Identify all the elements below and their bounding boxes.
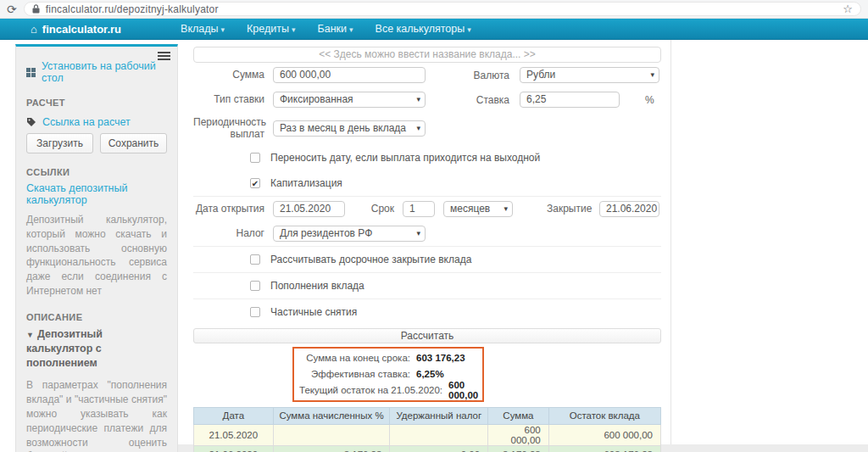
capitalization-row: ✔ Капитализация: [193, 170, 661, 196]
period-row: Периодичность выплат Раз в месяц в день …: [193, 112, 661, 145]
nav-item-all-calculators[interactable]: Все калькуляторы▾: [376, 23, 471, 35]
brand-label: fincalculator.ru: [42, 23, 121, 36]
lock-icon: [32, 4, 40, 14]
col-header: Дата: [194, 407, 274, 424]
rate-type-label: Тип ставки: [193, 93, 264, 105]
url-text: fincalculator.ru/depozitnyj-kalkulyator: [46, 3, 219, 15]
cell-tax: [390, 424, 488, 445]
cell-tax: 0,00: [390, 445, 488, 452]
result-label: Эффективная ставка:: [299, 369, 410, 379]
nav-item-banki[interactable]: Банки▾: [318, 23, 353, 35]
withdraw-checkbox[interactable]: [250, 307, 260, 317]
sum-label: Сумма: [193, 69, 264, 81]
site-navbar: ⌂ fincalculator.ru Вклады▾ Кредиты▾ Банк…: [0, 19, 868, 40]
chevron-down-icon: ▾: [221, 25, 225, 34]
cell-date: 21.05.2020: [194, 424, 274, 445]
result-label: Сумма на конец срока:: [299, 353, 410, 363]
rate-input[interactable]: 6,25: [520, 92, 620, 108]
refill-row: Пополнения вклада: [193, 272, 661, 299]
section-header-description: ОПИСАНИЕ: [26, 312, 167, 322]
download-description: Депозитный калькулятор, который можно ск…: [26, 213, 167, 299]
chevron-down-icon: ▾: [650, 68, 654, 82]
deposit-description: В параметрах "пополнения вклада" и "част…: [26, 378, 167, 452]
bookmark-star-icon[interactable]: ☆: [843, 3, 853, 14]
cell-sum: 600 000,00: [488, 424, 549, 445]
triangle-down-icon: ▼: [26, 331, 34, 339]
currency-select[interactable]: Рубли▾: [520, 67, 659, 83]
brand-link[interactable]: ⌂ fincalculator.ru: [31, 23, 121, 36]
period-label: Периодичность выплат: [193, 116, 264, 141]
date-row: Дата открытия 21.05.2020 Срок 1 месяцев▾…: [193, 196, 661, 221]
move-date-label: Переносить дату, если выплата приходится…: [270, 152, 540, 164]
load-button[interactable]: Загрузить: [26, 133, 93, 153]
calc-buttons: Загрузить Сохранить: [26, 133, 167, 153]
table-header-row: Дата Сумма начисленных % Удержанный нало…: [194, 407, 661, 424]
table-row: 21.05.2020 600 000,00 600 000,00: [194, 424, 661, 445]
close-date-input[interactable]: 21.06.2020: [599, 201, 659, 217]
rate-row: Тип ставки Фиксированная▾ Ставка 6,25 %: [193, 87, 661, 112]
sidebar-menu-icon[interactable]: [158, 50, 170, 62]
install-desktop-link[interactable]: Установить на рабочий стол: [26, 60, 167, 84]
close-label: Закрытие: [547, 203, 591, 215]
deposit-toggle-title[interactable]: ▼Депозитный калькулятор с пополнением: [26, 327, 167, 371]
term-input[interactable]: 1: [403, 201, 435, 217]
section-header-links: ССЫЛКИ: [26, 167, 167, 177]
col-header: Сумма: [488, 407, 549, 424]
result-label: Текущий остаток на 21.05.2020:: [299, 385, 442, 395]
table-row: 21.06.2020 3 176,23 0,00 3 176,23 603 17…: [194, 445, 661, 452]
tag-icon: [26, 117, 36, 127]
chevron-down-icon: ▾: [416, 226, 420, 241]
save-button[interactable]: Сохранить: [100, 133, 167, 153]
chevron-down-icon: ▾: [416, 121, 420, 136]
deposit-name-input[interactable]: << Здесь можно ввести название вклада...…: [193, 47, 661, 63]
early-close-label: Рассчитывать досрочное закрытие вклада: [270, 254, 471, 265]
term-unit-select[interactable]: месяцев▾: [443, 201, 513, 217]
result-value: 600 000,00: [448, 380, 478, 400]
chevron-down-icon: ▾: [416, 92, 420, 107]
cell-interest: 3 176,23: [273, 445, 390, 452]
cell-interest: [273, 424, 390, 445]
download-calculator-link[interactable]: Скачать депозитный калькулятор: [26, 182, 167, 206]
payments-table: Дата Сумма начисленных % Удержанный нало…: [193, 407, 661, 452]
result-value: 6,25%: [416, 369, 477, 379]
col-header: Остаток вклада: [548, 407, 660, 424]
sum-input[interactable]: 600 000,00: [273, 67, 426, 83]
chevron-down-icon: ▾: [292, 25, 296, 34]
tax-select[interactable]: Для резидентов РФ▾: [273, 226, 426, 242]
results-box: Сумма на конец срока: 603 176,23 Эффекти…: [292, 347, 484, 402]
calc-link[interactable]: Ссылка на расчет: [26, 116, 167, 128]
early-close-checkbox[interactable]: [250, 254, 260, 265]
capitalization-label: Капитализация: [270, 177, 342, 189]
section-header-calc: РАСЧЕТ: [26, 98, 167, 108]
percent-suffix: %: [645, 94, 654, 106]
page-body: Установить на рабочий стол РАСЧЕТ Ссылка…: [0, 40, 868, 452]
result-row: Сумма на конец срока: 603 176,23: [299, 350, 477, 366]
open-date-input[interactable]: 21.05.2020: [273, 201, 345, 217]
nav-item-vklady[interactable]: Вклады▾: [181, 23, 225, 35]
chevron-down-icon: ▾: [467, 25, 471, 34]
open-date-label: Дата открытия: [193, 203, 264, 215]
reload-icon[interactable]: ⟳: [7, 3, 17, 15]
period-select[interactable]: Раз в месяц в день вклада▾: [273, 120, 426, 137]
capitalization-checkbox[interactable]: ✔: [250, 178, 260, 188]
term-label: Срок: [365, 203, 394, 215]
refill-label: Пополнения вклада: [270, 280, 364, 292]
calculate-button[interactable]: Рассчитать: [193, 328, 661, 343]
currency-label: Валюта: [459, 70, 509, 81]
nav-menu: Вклады▾ Кредиты▾ Банки▾ Все калькуляторы…: [181, 23, 471, 35]
cell-sum: 3 176,23: [488, 445, 549, 452]
chevron-down-icon: ▾: [349, 25, 353, 34]
cell-date: 21.06.2020: [194, 445, 274, 452]
nav-item-kredity[interactable]: Кредиты▾: [247, 23, 295, 35]
refill-checkbox[interactable]: [250, 281, 260, 291]
calculator-panel: << Здесь можно ввести название вклада...…: [193, 40, 671, 444]
result-row: Текущий остаток на 21.05.2020: 600 000,0…: [299, 382, 477, 399]
rate-type-select[interactable]: Фиксированная▾: [273, 92, 426, 108]
move-date-row: Переносить дату, если выплата приходится…: [193, 145, 661, 170]
address-bar[interactable]: fincalculator.ru/depozitnyj-kalkulyator …: [24, 2, 861, 16]
tax-row: Налог Для резидентов РФ▾: [193, 221, 661, 246]
sidebar: Установить на рабочий стол РАСЧЕТ Ссылка…: [15, 44, 178, 452]
browser-bar: ⟳ fincalculator.ru/depozitnyj-kalkulyato…: [0, 0, 868, 19]
move-date-checkbox[interactable]: [250, 153, 260, 163]
rate-label: Ставка: [459, 94, 509, 106]
